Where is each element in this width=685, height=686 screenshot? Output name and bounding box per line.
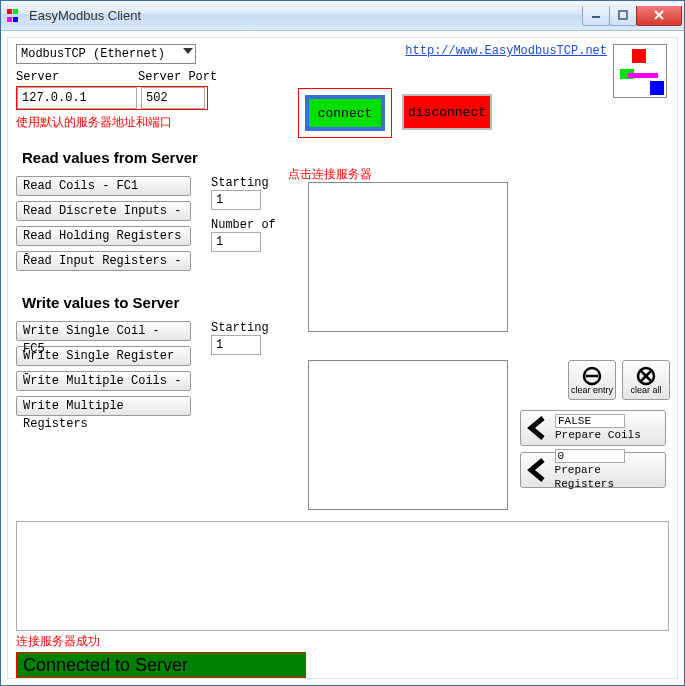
prepare-coils-label: Prepare Coils [555,428,641,442]
write-multiple-coils-button[interactable]: Write Multiple Coils - [16,371,191,391]
write-starting-input[interactable] [211,335,261,355]
chevron-down-icon [183,48,193,54]
client-area: ModbusTCP (Ethernet) Server Server Port … [7,37,678,679]
minimize-button[interactable] [582,6,610,26]
status-text: Connected to Server [23,655,188,676]
server-annotation: 使用默认的服务器地址和端口 [16,114,301,131]
prepare-registers-value[interactable] [555,449,625,463]
connect-button[interactable]: connect [305,95,385,131]
read-input-registers-button[interactable]: Read Input Registers - [16,251,191,271]
read-number-input[interactable] [211,232,261,252]
protocol-selected: ModbusTCP (Ethernet) [21,47,165,61]
window-title: EasyModbus Client [29,8,583,23]
read-starting-label: Starting [211,176,276,190]
read-results-listbox[interactable] [308,182,508,332]
write-single-register-button[interactable]: Write Single Register - [16,346,191,366]
prepare-registers-label: Prepare Registers [555,463,665,492]
app-window: EasyModbus Client ModbusTCP (Ethernet) S… [0,0,685,686]
read-holding-registers-button[interactable]: Read Holding Registers - [16,226,191,246]
maximize-button[interactable] [609,6,637,26]
clear-all-icon [636,366,656,386]
log-textbox[interactable] [16,521,669,631]
svg-rect-1 [619,11,627,19]
chevron-left-icon [525,415,551,441]
server-input-group [16,86,208,110]
server-port-label: Server Port [138,70,217,84]
close-button[interactable] [636,6,682,26]
read-discrete-inputs-button[interactable]: Read Discrete Inputs - [16,201,191,221]
title-bar: EasyModbus Client [1,1,684,31]
website-link[interactable]: http://www.EasyModbusTCP.net [405,44,607,58]
write-multiple-registers-button[interactable]: Write Multiple Registers [16,396,191,416]
read-heading: Read values from Server [16,149,669,166]
server-ip-input[interactable] [17,87,137,109]
prepare-coils-button[interactable]: Prepare Coils [520,410,666,446]
read-coils-button[interactable]: Read Coils - FC1 [16,176,191,196]
app-icon [7,8,23,24]
disconnect-button[interactable]: disconnect [402,94,492,130]
logo-icon [613,44,667,98]
clear-entry-button[interactable]: clear entry [568,360,616,400]
prepare-coils-value[interactable] [555,414,625,428]
clear-entry-label: clear entry [571,386,613,395]
connect-highlight: connect [298,88,392,138]
chevron-left-icon [525,457,551,483]
write-single-coil-button[interactable]: Write Single Coil - FC5 [16,321,191,341]
prepare-registers-button[interactable]: Prepare Registers [520,452,666,488]
server-port-input[interactable] [141,87,205,109]
write-values-listbox[interactable] [308,360,508,510]
read-starting-input[interactable] [211,190,261,210]
status-annotation: 连接服务器成功 [16,633,669,650]
status-bar: Connected to Server [16,652,306,678]
read-number-label: Number of [211,218,276,232]
connect-annotation: 点击连接服务器 [288,166,372,183]
server-label: Server [16,70,138,84]
write-starting-label: Starting [211,321,269,335]
clear-entry-icon [582,366,602,386]
clear-all-label: clear all [630,386,661,395]
clear-all-button[interactable]: clear all [622,360,670,400]
protocol-dropdown[interactable]: ModbusTCP (Ethernet) [16,44,196,64]
